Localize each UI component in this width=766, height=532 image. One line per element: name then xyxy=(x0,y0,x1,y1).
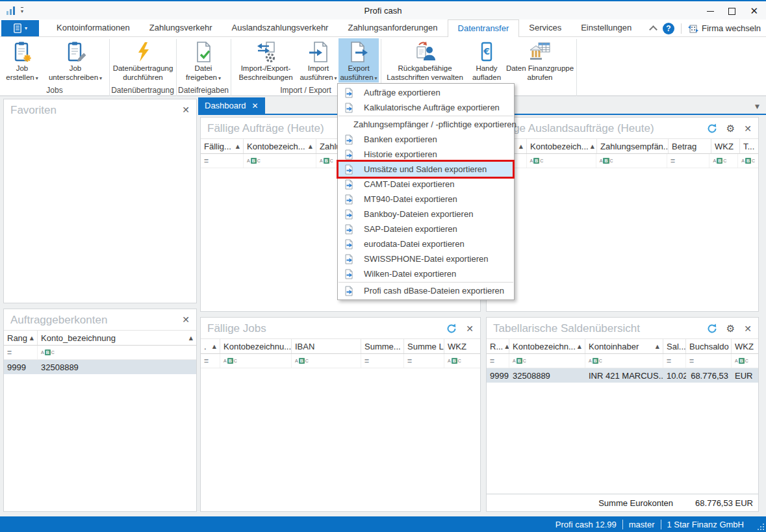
column-header[interactable]: Kontobezeichnu... xyxy=(220,339,292,353)
column-header[interactable]: Sal... xyxy=(663,339,686,353)
column-header[interactable]: WKZ xyxy=(444,339,480,353)
filter-cell[interactable]: ABC xyxy=(292,354,361,368)
app-menu-button[interactable]: ▾ xyxy=(1,20,39,36)
menu-item[interactable]: CAMT-Datei exportieren xyxy=(338,177,514,192)
maximize-icon[interactable] xyxy=(728,8,735,15)
column-header[interactable]: Betrag xyxy=(669,139,711,153)
close-panel-icon[interactable]: ✕ xyxy=(744,124,752,133)
menu-item[interactable]: Historie exportieren xyxy=(338,147,514,162)
column-header-kontobezeichnung[interactable]: Konto_bezeichnung▲ xyxy=(38,331,196,345)
filter-cell[interactable]: ABC xyxy=(738,154,758,168)
filter-cell[interactable]: = xyxy=(686,354,732,368)
column-header[interactable]: Summe... xyxy=(361,339,404,353)
gear-icon[interactable]: ⚙ xyxy=(726,124,735,134)
table-row[interactable]: 9999 32508889 INR 421 MARCUS... 10.02. 6… xyxy=(487,368,758,383)
collapse-ribbon-icon[interactable] xyxy=(649,25,657,34)
column-header[interactable]: .▲ xyxy=(201,339,220,353)
import-ausfuehren-button[interactable]: Import ausführen▾ xyxy=(300,38,337,82)
close-panel-icon[interactable]: ✕ xyxy=(466,324,474,333)
filter-cell[interactable]: ABC xyxy=(596,154,667,168)
column-header[interactable]: Kontobezeich...▲ xyxy=(527,139,597,153)
tab-services[interactable]: Services xyxy=(519,19,571,36)
refresh-icon[interactable] xyxy=(446,323,457,334)
column-header[interactable]: WKZ xyxy=(732,339,758,353)
filter-cell[interactable]: ABC xyxy=(509,354,585,368)
column-header[interactable]: Kontobezeichn...▲ xyxy=(509,339,585,353)
menu-item[interactable]: MT940-Datei exportieren xyxy=(338,192,514,207)
column-header[interactable]: Buchsaldo xyxy=(686,339,732,353)
menu-item[interactable]: Profi cash dBase-Dateien exportieren xyxy=(338,283,514,298)
menu-item[interactable]: Banken exportieren xyxy=(338,132,514,147)
filter-cell[interactable]: = xyxy=(404,354,444,368)
quick-access-customize-icon[interactable]: ▾ xyxy=(21,7,23,15)
rueckgabefaehige-lastschriften-button[interactable]: Rückgabefähige Lastschriften verwalten xyxy=(382,38,468,82)
menu-item[interactable]: Zahlungsempfänger / -pflichtige exportie… xyxy=(338,117,514,132)
filter-equals-icon: = xyxy=(7,348,12,357)
datenuebertragung-durchfuehren-button[interactable]: Datenübertragung durchführen xyxy=(110,38,175,82)
close-panel-icon[interactable]: ✕ xyxy=(182,315,190,324)
menu-item[interactable]: Wilken-Datei exportieren xyxy=(338,266,514,281)
tab-datentransfer[interactable]: Datentransfer xyxy=(448,19,520,37)
close-panel-icon[interactable]: ✕ xyxy=(744,324,752,333)
quick-access-chart-icon[interactable] xyxy=(6,6,15,15)
column-header[interactable]: Summe L... xyxy=(404,339,444,353)
export-ausfuehren-button[interactable]: Export ausführen▾ xyxy=(338,38,379,82)
close-tab-icon[interactable]: ✕ xyxy=(252,101,259,110)
tab-dashboard[interactable]: Dashboard ✕ xyxy=(198,97,265,114)
table-row[interactable]: 9999 32508889 xyxy=(4,360,196,374)
menu-item[interactable]: eurodata-Datei exportieren xyxy=(338,236,514,251)
column-header[interactable]: R...▲ xyxy=(487,339,509,353)
filter-cell[interactable]: ABC xyxy=(38,346,196,359)
job-erstellen-button[interactable]: Job erstellen▾ xyxy=(1,38,43,82)
menu-item[interactable]: SAP-Dateien exportieren xyxy=(338,222,514,236)
close-window-icon[interactable]: ✕ xyxy=(750,6,758,16)
filter-cell[interactable]: ABC xyxy=(732,354,758,368)
gear-icon[interactable]: ⚙ xyxy=(726,324,735,334)
refresh-icon[interactable] xyxy=(707,323,717,334)
help-icon[interactable]: ? xyxy=(663,23,674,34)
import-export-beschreibungen-button[interactable]: Import-/Export- Beschreibungen xyxy=(232,38,300,82)
filter-cell[interactable]: = xyxy=(667,154,710,168)
filter-cell[interactable]: ABC xyxy=(709,154,738,168)
tab-zahlungsanforderungen[interactable]: Zahlungsanforderungen xyxy=(338,19,447,36)
filter-cell[interactable]: ABC xyxy=(444,354,480,368)
menu-item[interactable]: SWISSPHONE-Datei exportieren xyxy=(338,251,514,266)
minimize-icon[interactable] xyxy=(707,11,714,12)
filter-cell[interactable]: = xyxy=(487,354,509,368)
column-header[interactable]: Zahlungsempfän... xyxy=(597,139,669,153)
tab-auslandszahlungsverkehr[interactable]: Auslandszahlungsverkehr xyxy=(222,19,338,36)
filter-cell[interactable]: = xyxy=(663,354,686,368)
firma-wechseln-button[interactable]: Firma wechseln xyxy=(688,23,761,34)
column-header[interactable]: WKZ xyxy=(711,139,740,153)
filter-cell[interactable]: ABC xyxy=(585,354,663,368)
resize-grip[interactable] xyxy=(763,529,764,530)
menu-item-umsaetze-und-salden[interactable]: Umsätze und Salden exportieren xyxy=(338,162,514,177)
datei-freigeben-button[interactable]: Datei freigeben▾ xyxy=(177,38,229,82)
filter-cell[interactable]: ABC xyxy=(527,154,596,168)
close-panel-icon[interactable]: ✕ xyxy=(182,105,190,114)
column-header[interactable]: Fällig...▲ xyxy=(201,139,244,153)
divider xyxy=(681,23,682,34)
filter-cell[interactable]: ABC xyxy=(244,154,316,168)
filter-cell[interactable]: = xyxy=(201,154,244,168)
column-header[interactable]: Kontobezeich...▲ xyxy=(244,139,316,153)
tab-zahlungsverkehr[interactable]: Zahlungsverkehr xyxy=(140,19,222,36)
menu-item[interactable]: Bankboy-Dateien exportieren xyxy=(338,207,514,222)
refresh-icon[interactable] xyxy=(707,123,717,134)
menu-item[interactable]: Aufträge exportieren xyxy=(338,85,514,100)
column-header-rang[interactable]: Rang▲ xyxy=(4,331,38,345)
filter-cell[interactable]: = xyxy=(4,346,38,359)
daten-finanzgruppe-button[interactable]: Daten Finanzgruppe abrufen xyxy=(505,38,574,82)
tab-kontoinformationen[interactable]: Kontoinformationen xyxy=(47,19,140,36)
filter-cell[interactable]: ABC xyxy=(220,354,292,368)
handy-aufladen-button[interactable]: € Handy aufladen xyxy=(469,38,504,82)
column-header[interactable]: T... xyxy=(740,139,758,153)
filter-cell[interactable]: = xyxy=(201,354,220,368)
column-header[interactable]: IBAN xyxy=(292,339,361,353)
tab-list-caret-icon[interactable]: ▼ xyxy=(755,103,760,110)
job-unterschreiben-button[interactable]: Job unterschreiben▾ xyxy=(43,38,108,82)
column-header[interactable]: Kontoinhaber▲ xyxy=(585,339,663,353)
menu-item[interactable]: Kalkulatorische Aufträge exportieren xyxy=(338,100,514,115)
filter-cell[interactable]: = xyxy=(361,354,404,368)
tab-einstellungen[interactable]: Einstellungen xyxy=(571,19,641,36)
